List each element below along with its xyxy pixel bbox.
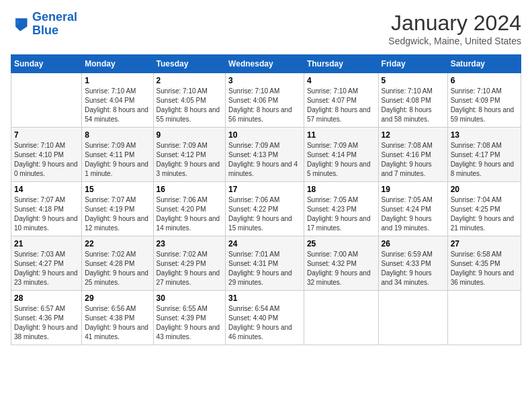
day-number: 14	[14, 185, 79, 194]
calendar-cell: 2Sunrise: 7:10 AMSunset: 4:05 PMDaylight…	[153, 73, 226, 128]
day-number: 6	[451, 76, 518, 85]
day-info: Sunrise: 6:58 AMSunset: 4:35 PMDaylight:…	[451, 250, 518, 287]
calendar-cell: 5Sunrise: 7:10 AMSunset: 4:08 PMDaylight…	[378, 73, 447, 128]
day-info: Sunrise: 7:10 AMSunset: 4:06 PMDaylight:…	[228, 87, 301, 124]
calendar-cell: 3Sunrise: 7:10 AMSunset: 4:06 PMDaylight…	[226, 73, 304, 128]
day-number: 19	[382, 185, 445, 194]
calendar-cell: 13Sunrise: 7:08 AMSunset: 4:17 PMDayligh…	[447, 128, 521, 182]
day-info: Sunrise: 7:07 AMSunset: 4:18 PMDaylight:…	[14, 195, 79, 233]
day-number: 16	[157, 185, 223, 194]
day-number: 5	[382, 76, 445, 85]
day-info: Sunrise: 7:07 AMSunset: 4:19 PMDaylight:…	[85, 195, 150, 233]
day-number: 12	[382, 130, 445, 140]
day-number: 22	[85, 239, 150, 248]
day-number: 9	[157, 130, 223, 140]
day-info: Sunrise: 7:01 AMSunset: 4:31 PMDaylight:…	[228, 250, 301, 287]
logo-icon	[11, 15, 30, 34]
day-info: Sunrise: 7:10 AMSunset: 4:04 PMDaylight:…	[85, 87, 150, 124]
calendar-cell: 9Sunrise: 7:09 AMSunset: 4:12 PMDaylight…	[153, 128, 226, 182]
day-info: Sunrise: 7:09 AMSunset: 4:14 PMDaylight:…	[307, 141, 375, 179]
calendar-week-row: 28Sunrise: 6:57 AMSunset: 4:36 PMDayligh…	[11, 291, 521, 345]
day-info: Sunrise: 7:06 AMSunset: 4:22 PMDaylight:…	[228, 195, 301, 233]
header-day-tuesday: Tuesday	[153, 55, 226, 73]
day-info: Sunrise: 6:55 AMSunset: 4:39 PMDaylight:…	[157, 304, 223, 342]
calendar-cell: 25Sunrise: 7:00 AMSunset: 4:32 PMDayligh…	[304, 236, 378, 291]
day-number: 26	[382, 239, 445, 248]
day-info: Sunrise: 7:09 AMSunset: 4:12 PMDaylight:…	[157, 141, 223, 179]
calendar-cell: 8Sunrise: 7:09 AMSunset: 4:11 PMDaylight…	[82, 128, 153, 182]
day-info: Sunrise: 7:09 AMSunset: 4:11 PMDaylight:…	[85, 141, 150, 179]
day-info: Sunrise: 7:08 AMSunset: 4:17 PMDaylight:…	[451, 141, 518, 179]
day-number: 27	[451, 239, 518, 248]
calendar-cell: 4Sunrise: 7:10 AMSunset: 4:07 PMDaylight…	[304, 73, 378, 128]
calendar-cell: 17Sunrise: 7:06 AMSunset: 4:22 PMDayligh…	[226, 182, 304, 236]
day-info: Sunrise: 7:08 AMSunset: 4:16 PMDaylight:…	[382, 141, 445, 179]
calendar-cell	[447, 291, 521, 345]
day-info: Sunrise: 7:02 AMSunset: 4:29 PMDaylight:…	[157, 250, 223, 287]
calendar-cell	[11, 73, 82, 128]
calendar-cell: 18Sunrise: 7:05 AMSunset: 4:23 PMDayligh…	[304, 182, 378, 236]
day-info: Sunrise: 7:05 AMSunset: 4:24 PMDaylight:…	[382, 195, 445, 233]
calendar-cell: 23Sunrise: 7:02 AMSunset: 4:29 PMDayligh…	[153, 236, 226, 291]
calendar-cell: 6Sunrise: 7:10 AMSunset: 4:09 PMDaylight…	[447, 73, 521, 128]
calendar-cell	[304, 291, 378, 345]
calendar-cell: 30Sunrise: 6:55 AMSunset: 4:39 PMDayligh…	[153, 291, 226, 345]
calendar-cell: 19Sunrise: 7:05 AMSunset: 4:24 PMDayligh…	[378, 182, 447, 236]
day-number: 8	[85, 130, 150, 140]
day-info: Sunrise: 7:02 AMSunset: 4:28 PMDaylight:…	[85, 250, 150, 287]
day-number: 18	[307, 185, 375, 194]
day-number: 17	[228, 185, 301, 194]
day-info: Sunrise: 7:10 AMSunset: 4:07 PMDaylight:…	[307, 87, 375, 124]
header-day-saturday: Saturday	[447, 55, 521, 73]
calendar-cell: 28Sunrise: 6:57 AMSunset: 4:36 PMDayligh…	[11, 291, 82, 345]
header-day-friday: Friday	[378, 55, 447, 73]
calendar-cell: 26Sunrise: 6:59 AMSunset: 4:33 PMDayligh…	[378, 236, 447, 291]
header-day-wednesday: Wednesday	[226, 55, 304, 73]
day-info: Sunrise: 7:10 AMSunset: 4:09 PMDaylight:…	[451, 87, 518, 124]
day-number: 11	[307, 130, 375, 140]
day-number: 25	[307, 239, 375, 248]
day-info: Sunrise: 6:59 AMSunset: 4:33 PMDaylight:…	[382, 250, 445, 287]
logo: General Blue	[11, 11, 77, 38]
month-title: January 2024	[388, 11, 521, 36]
calendar-cell: 24Sunrise: 7:01 AMSunset: 4:31 PMDayligh…	[226, 236, 304, 291]
header-day-sunday: Sunday	[11, 55, 82, 73]
day-info: Sunrise: 7:03 AMSunset: 4:27 PMDaylight:…	[14, 250, 79, 287]
calendar-week-row: 21Sunrise: 7:03 AMSunset: 4:27 PMDayligh…	[11, 236, 521, 291]
page-header: General Blue January 2024 Sedgwick, Main…	[11, 11, 521, 46]
day-number: 4	[307, 76, 375, 85]
calendar-cell: 11Sunrise: 7:09 AMSunset: 4:14 PMDayligh…	[304, 128, 378, 182]
calendar-cell: 29Sunrise: 6:56 AMSunset: 4:38 PMDayligh…	[82, 291, 153, 345]
header-day-thursday: Thursday	[304, 55, 378, 73]
day-number: 3	[228, 76, 301, 85]
day-number: 24	[228, 239, 301, 248]
calendar-cell: 15Sunrise: 7:07 AMSunset: 4:19 PMDayligh…	[82, 182, 153, 236]
day-number: 20	[451, 185, 518, 194]
calendar-cell: 16Sunrise: 7:06 AMSunset: 4:20 PMDayligh…	[153, 182, 226, 236]
day-number: 15	[85, 185, 150, 194]
day-number: 28	[14, 293, 79, 303]
calendar-cell: 21Sunrise: 7:03 AMSunset: 4:27 PMDayligh…	[11, 236, 82, 291]
calendar-week-row: 7Sunrise: 7:10 AMSunset: 4:10 PMDaylight…	[11, 128, 521, 182]
day-number: 29	[85, 293, 150, 303]
day-info: Sunrise: 7:10 AMSunset: 4:10 PMDaylight:…	[14, 141, 79, 179]
logo-text: General Blue	[32, 11, 77, 38]
calendar-cell: 10Sunrise: 7:09 AMSunset: 4:13 PMDayligh…	[226, 128, 304, 182]
day-info: Sunrise: 7:10 AMSunset: 4:08 PMDaylight:…	[382, 87, 445, 124]
location-subtitle: Sedgwick, Maine, United States	[388, 36, 521, 46]
day-info: Sunrise: 7:04 AMSunset: 4:25 PMDaylight:…	[451, 195, 518, 233]
day-number: 7	[14, 130, 79, 140]
day-number: 31	[228, 293, 301, 303]
calendar-table: SundayMondayTuesdayWednesdayThursdayFrid…	[11, 54, 521, 345]
day-info: Sunrise: 7:00 AMSunset: 4:32 PMDaylight:…	[307, 250, 375, 287]
day-number: 13	[451, 130, 518, 140]
calendar-cell: 27Sunrise: 6:58 AMSunset: 4:35 PMDayligh…	[447, 236, 521, 291]
calendar-cell: 7Sunrise: 7:10 AMSunset: 4:10 PMDaylight…	[11, 128, 82, 182]
header-day-monday: Monday	[82, 55, 153, 73]
calendar-cell: 20Sunrise: 7:04 AMSunset: 4:25 PMDayligh…	[447, 182, 521, 236]
calendar-cell: 14Sunrise: 7:07 AMSunset: 4:18 PMDayligh…	[11, 182, 82, 236]
title-block: January 2024 Sedgwick, Maine, United Sta…	[388, 11, 521, 46]
day-info: Sunrise: 6:56 AMSunset: 4:38 PMDaylight:…	[85, 304, 150, 342]
day-info: Sunrise: 7:09 AMSunset: 4:13 PMDaylight:…	[228, 141, 301, 179]
day-number: 21	[14, 239, 79, 248]
